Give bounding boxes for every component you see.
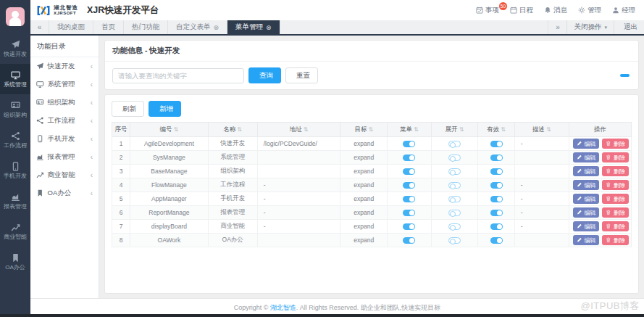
rail-item-7[interactable]: OA办公	[0, 247, 30, 277]
tabs-scroll-left-icon[interactable]: «	[30, 20, 49, 34]
menu-toggle[interactable]	[403, 223, 415, 230]
edit-button[interactable]: 编辑	[573, 152, 600, 162]
tab-1[interactable]: 首页	[93, 20, 124, 34]
logout-button[interactable]: 退出	[614, 20, 644, 34]
tab-3[interactable]: 自定义表单⊗	[168, 20, 227, 34]
delete-button[interactable]: 删除	[602, 166, 629, 176]
delete-button[interactable]: 删除	[602, 235, 629, 245]
rail-item-0[interactable]: 快速开发	[0, 33, 30, 64]
edit-button[interactable]: 编辑	[573, 235, 600, 245]
cell-code: displayBoard	[130, 220, 209, 234]
menu-toggle[interactable]	[403, 155, 415, 161]
paper-plane-icon	[11, 40, 20, 49]
expand-toggle[interactable]	[448, 141, 461, 147]
top-action-0[interactable]: 事项50	[476, 6, 499, 15]
tab-2[interactable]: 热门功能	[124, 20, 168, 34]
expand-toggle[interactable]	[448, 210, 461, 216]
rail-item-3[interactable]: 工作流程	[0, 125, 30, 155]
valid-toggle[interactable]	[490, 155, 503, 161]
valid-toggle[interactable]	[490, 141, 503, 147]
tab-close-icon[interactable]: ⊗	[266, 24, 272, 31]
valid-toggle[interactable]	[490, 182, 503, 189]
sort-icon[interactable]: ⇅	[501, 126, 506, 133]
delete-button[interactable]: 删除	[602, 221, 629, 231]
column-header-4[interactable]: 目标⇅	[340, 123, 388, 137]
top-action-1[interactable]: 日程	[510, 6, 533, 15]
column-header-2[interactable]: 名称⇅	[208, 123, 257, 137]
menu-toggle[interactable]	[403, 168, 415, 175]
edit-button[interactable]: 编辑	[573, 180, 600, 190]
submenu-item-1[interactable]: 系统管理‹	[30, 75, 99, 94]
menu-toggle[interactable]	[403, 237, 415, 244]
delete-button[interactable]: 删除	[602, 139, 629, 149]
copyright-brand[interactable]: 湖北智造	[270, 304, 296, 311]
menu-toggle[interactable]	[403, 210, 415, 216]
tabs-scroll-right-icon[interactable]: »	[548, 20, 566, 34]
cell-seq: 3	[112, 165, 130, 178]
valid-toggle[interactable]	[490, 223, 503, 230]
top-action-4[interactable]: 经理	[612, 6, 635, 15]
delete-button[interactable]: 删除	[602, 207, 629, 218]
edit-button[interactable]: 编辑	[573, 166, 600, 176]
sort-icon[interactable]: ⇅	[368, 126, 373, 133]
submenu-item-0[interactable]: 快速开发‹	[30, 57, 99, 75]
menu-toggle[interactable]	[403, 141, 415, 147]
expand-toggle[interactable]	[448, 223, 461, 230]
menu-toggle[interactable]	[403, 182, 415, 189]
column-header-5[interactable]: 菜单⇅	[387, 123, 431, 137]
top-action-2[interactable]: 消息	[544, 6, 567, 15]
column-header-3[interactable]: 地址⇅	[257, 123, 340, 137]
top-action-3[interactable]: 管理	[578, 6, 601, 15]
valid-toggle[interactable]	[490, 237, 503, 244]
submenu-item-3[interactable]: 工作流程‹	[30, 112, 99, 130]
tab-0[interactable]: 我的桌面	[49, 20, 93, 34]
sort-icon[interactable]: ⇅	[237, 126, 242, 133]
menu-toggle[interactable]	[403, 196, 415, 202]
valid-toggle[interactable]	[490, 196, 503, 202]
edit-button[interactable]: 编辑	[573, 207, 600, 218]
rail-item-1[interactable]: 系统管理	[0, 64, 30, 94]
column-header-7[interactable]: 有效⇅	[478, 123, 514, 137]
edit-button[interactable]: 编辑	[573, 221, 600, 231]
search-input[interactable]	[112, 68, 244, 83]
edit-button[interactable]: 编辑	[573, 139, 600, 149]
add-button[interactable]: 新增	[149, 101, 181, 117]
rail-item-5[interactable]: 报表管理	[0, 186, 30, 216]
collapse-panel-icon[interactable]	[620, 74, 630, 77]
delete-button[interactable]: 删除	[602, 180, 629, 190]
submenu-item-4[interactable]: 手机开发‹	[30, 130, 99, 148]
cell-name: 组织架构	[208, 165, 257, 178]
rail-item-4[interactable]: 手机开发	[0, 155, 30, 186]
avatar[interactable]	[6, 7, 25, 26]
delete-button[interactable]: 删除	[602, 152, 629, 162]
sort-icon[interactable]: ⇅	[414, 126, 419, 133]
expand-toggle[interactable]	[448, 155, 461, 161]
valid-toggle[interactable]	[490, 210, 503, 216]
tab-4[interactable]: 菜单管理⊗	[227, 20, 280, 34]
valid-toggle[interactable]	[490, 168, 503, 175]
column-header-6[interactable]: 展开⇅	[431, 123, 478, 137]
sort-icon[interactable]: ⇅	[304, 126, 309, 133]
rail-item-6[interactable]: 商业智能	[0, 216, 30, 247]
search-button[interactable]: 查询	[248, 67, 281, 83]
submenu-item-7[interactable]: OA办公‹	[30, 184, 99, 202]
close-operations-dropdown[interactable]: 关闭操作 ▾	[566, 20, 614, 34]
edit-button[interactable]: 编辑	[573, 194, 600, 204]
column-header-1[interactable]: 编号⇅	[130, 123, 209, 137]
expand-toggle[interactable]	[448, 237, 461, 244]
submenu-item-2[interactable]: 组织架构‹	[30, 94, 99, 112]
column-header-8[interactable]: 描述⇅	[514, 123, 569, 137]
submenu-item-5[interactable]: 报表管理‹	[30, 148, 99, 166]
expand-toggle[interactable]	[448, 168, 461, 175]
reset-button[interactable]: 重置	[285, 67, 318, 83]
expand-toggle[interactable]	[448, 196, 461, 202]
rail-item-2[interactable]: 组织架构	[0, 94, 30, 125]
refresh-button[interactable]: 刷新	[112, 101, 144, 117]
sort-icon[interactable]: ⇅	[459, 126, 464, 133]
expand-toggle[interactable]	[448, 182, 461, 189]
submenu-item-6[interactable]: 商业智能‹	[30, 166, 99, 184]
tab-close-icon[interactable]: ⊗	[214, 24, 219, 31]
delete-button[interactable]: 删除	[602, 194, 629, 204]
sort-icon[interactable]: ⇅	[546, 126, 551, 133]
sort-icon[interactable]: ⇅	[174, 126, 179, 133]
